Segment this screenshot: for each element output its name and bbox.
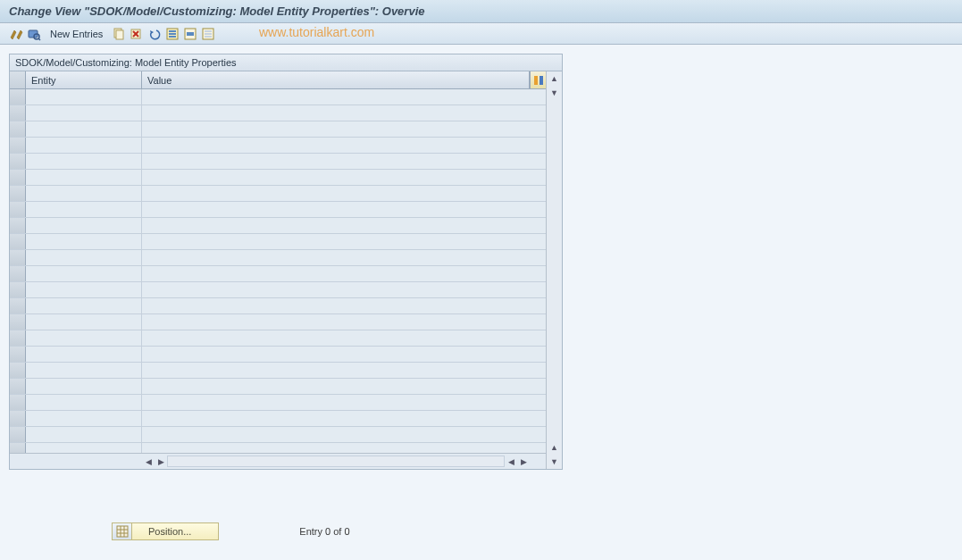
cell-value[interactable] bbox=[142, 218, 546, 233]
row-selector[interactable] bbox=[10, 154, 26, 169]
scroll-right-icon[interactable]: ◀ bbox=[505, 454, 517, 469]
row-selector[interactable] bbox=[10, 89, 26, 104]
hscroll-track[interactable] bbox=[167, 456, 505, 467]
scroll-down2-icon[interactable]: ▼ bbox=[548, 455, 562, 469]
cell-entity[interactable] bbox=[26, 379, 142, 394]
cell-entity[interactable] bbox=[26, 234, 142, 249]
row-selector[interactable] bbox=[10, 202, 26, 217]
cell-entity[interactable] bbox=[26, 266, 142, 281]
cell-value[interactable] bbox=[142, 170, 546, 185]
cell-entity[interactable] bbox=[26, 314, 142, 330]
undo-icon[interactable] bbox=[147, 27, 162, 41]
position-button[interactable]: Position... bbox=[112, 522, 219, 540]
row-selector[interactable] bbox=[10, 105, 26, 121]
cell-value[interactable] bbox=[142, 89, 546, 104]
row-selector[interactable] bbox=[10, 298, 26, 313]
configure-columns-icon[interactable] bbox=[530, 71, 546, 88]
scroll-up2-icon[interactable]: ▲ bbox=[548, 440, 562, 455]
cell-value[interactable] bbox=[142, 363, 546, 378]
cell-value[interactable] bbox=[142, 234, 546, 249]
cell-entity[interactable] bbox=[26, 282, 142, 297]
cell-value[interactable] bbox=[142, 266, 546, 281]
cell-value[interactable] bbox=[142, 282, 546, 297]
cell-value[interactable] bbox=[142, 411, 546, 426]
delete-icon[interactable] bbox=[130, 27, 144, 41]
row-selector[interactable] bbox=[10, 234, 26, 249]
cell-value[interactable] bbox=[142, 105, 546, 121]
row-selector-header[interactable] bbox=[10, 71, 26, 88]
cell-value[interactable] bbox=[142, 379, 546, 394]
cell-value[interactable] bbox=[142, 202, 546, 217]
row-selector[interactable] bbox=[10, 379, 26, 394]
cell-entity[interactable] bbox=[26, 202, 142, 217]
row-selector[interactable] bbox=[10, 330, 26, 346]
row-selector[interactable] bbox=[10, 395, 26, 410]
table-row bbox=[10, 379, 546, 395]
scroll-last-icon[interactable]: ▶ bbox=[517, 454, 530, 469]
cell-entity[interactable] bbox=[26, 347, 142, 362]
cell-entity[interactable] bbox=[26, 250, 142, 265]
row-selector[interactable] bbox=[10, 121, 26, 137]
cell-entity[interactable] bbox=[26, 411, 142, 426]
row-selector[interactable] bbox=[10, 363, 26, 378]
scroll-first-icon[interactable]: ◀ bbox=[142, 454, 155, 469]
table-row bbox=[10, 121, 546, 138]
new-entries-button[interactable]: New Entries bbox=[45, 29, 108, 39]
row-selector[interactable] bbox=[10, 282, 26, 297]
row-selector[interactable] bbox=[10, 443, 26, 453]
row-selector[interactable] bbox=[10, 218, 26, 233]
cell-entity[interactable] bbox=[26, 363, 142, 378]
row-selector[interactable] bbox=[10, 427, 26, 442]
copy-icon[interactable] bbox=[112, 27, 126, 41]
cell-value[interactable] bbox=[142, 347, 546, 362]
cell-value[interactable] bbox=[142, 298, 546, 313]
entry-status-text: Entry 0 of 0 bbox=[299, 526, 349, 537]
row-selector[interactable] bbox=[10, 138, 26, 153]
row-selector[interactable] bbox=[10, 314, 26, 330]
row-selector[interactable] bbox=[10, 186, 26, 201]
cell-value[interactable] bbox=[142, 250, 546, 265]
scroll-down-icon[interactable]: ▼ bbox=[548, 86, 562, 100]
cell-value[interactable] bbox=[142, 314, 546, 330]
cell-entity[interactable] bbox=[26, 170, 142, 185]
cell-value[interactable] bbox=[142, 138, 546, 153]
cell-value[interactable] bbox=[142, 427, 546, 442]
title-bar: Change View "SDOK/Model/Customizing: Mod… bbox=[0, 0, 962, 23]
cell-value[interactable] bbox=[142, 330, 546, 346]
cell-entity[interactable] bbox=[26, 395, 142, 410]
deselect-all-icon[interactable] bbox=[201, 27, 215, 41]
row-selector[interactable] bbox=[10, 411, 26, 426]
cell-entity[interactable] bbox=[26, 218, 142, 233]
cell-entity[interactable] bbox=[26, 138, 142, 153]
cell-entity[interactable] bbox=[26, 443, 142, 453]
row-selector[interactable] bbox=[10, 250, 26, 265]
cell-value[interactable] bbox=[142, 395, 546, 410]
column-header-entity[interactable]: Entity bbox=[26, 71, 142, 88]
row-selector[interactable] bbox=[10, 266, 26, 281]
toggle-display-change-icon[interactable] bbox=[9, 27, 23, 41]
select-block-icon[interactable] bbox=[183, 27, 197, 41]
select-all-icon[interactable] bbox=[165, 27, 180, 41]
cell-entity[interactable] bbox=[26, 121, 142, 137]
detail-icon[interactable] bbox=[27, 27, 41, 41]
cell-entity[interactable] bbox=[26, 298, 142, 313]
column-header-value[interactable]: Value bbox=[142, 71, 530, 88]
cell-entity[interactable] bbox=[26, 186, 142, 201]
cell-value[interactable] bbox=[142, 443, 546, 453]
table-row bbox=[10, 330, 546, 347]
cell-value[interactable] bbox=[142, 121, 546, 137]
cell-entity[interactable] bbox=[26, 427, 142, 442]
watermark-text: www.tutorialkart.com bbox=[259, 25, 374, 39]
table-row bbox=[10, 298, 546, 314]
cell-entity[interactable] bbox=[26, 89, 142, 104]
scroll-up-icon[interactable]: ▲ bbox=[548, 71, 562, 86]
cell-value[interactable] bbox=[142, 186, 546, 201]
scroll-left-icon[interactable]: ▶ bbox=[155, 454, 167, 469]
cell-entity[interactable] bbox=[26, 330, 142, 346]
row-selector[interactable] bbox=[10, 347, 26, 362]
row-selector[interactable] bbox=[10, 170, 26, 185]
cell-value[interactable] bbox=[142, 154, 546, 169]
panel-header: SDOK/Model/Customizing: Model Entity Pro… bbox=[10, 54, 562, 71]
cell-entity[interactable] bbox=[26, 105, 142, 121]
cell-entity[interactable] bbox=[26, 154, 142, 169]
